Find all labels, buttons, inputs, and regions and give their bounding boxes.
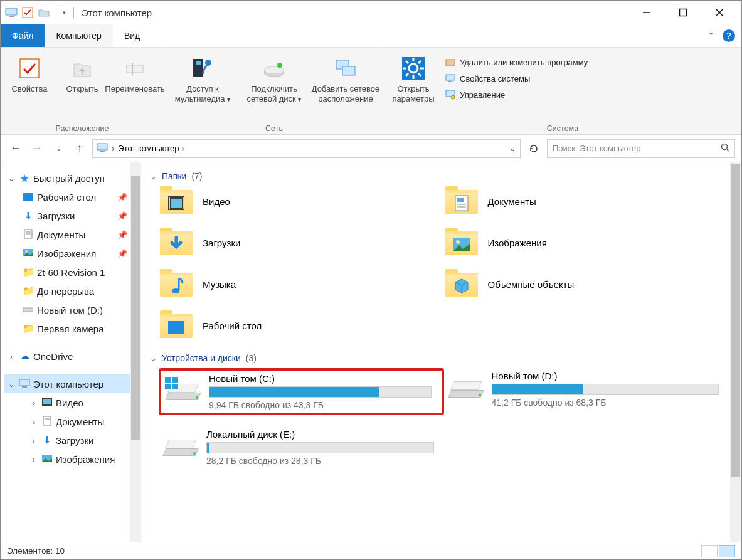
sidebar-item-documents[interactable]: › Документы — [4, 412, 130, 431]
folder-music[interactable]: Музыка — [159, 269, 444, 299]
manage-button[interactable]: Управление — [441, 87, 591, 103]
rename-button[interactable]: Переименовать — [110, 51, 160, 94]
chevron-down-icon[interactable]: ⌄ — [150, 354, 157, 363]
uninstall-button[interactable]: Удалить или изменить программу — [441, 54, 591, 70]
sidebar-this-pc[interactable]: ⌄ Этот компьютер — [4, 374, 130, 393]
svg-rect-11 — [196, 61, 201, 65]
sidebar-scrollbar[interactable] — [130, 162, 141, 542]
svg-rect-52 — [171, 199, 182, 208]
breadcrumb[interactable]: Этот компьютер — [118, 144, 179, 153]
qat-properties-icon[interactable] — [21, 6, 34, 19]
sidebar-item-images[interactable]: Изображения 📌 — [4, 244, 130, 263]
cloud-icon: ☁ — [18, 351, 31, 362]
window-title: Этот компьютер — [82, 8, 152, 18]
map-drive-button[interactable]: Подключить сетевой диск ▾ — [240, 51, 309, 105]
folder-video[interactable]: Видео — [159, 186, 444, 216]
svg-rect-1 — [9, 16, 14, 17]
group-count: (3) — [246, 353, 257, 363]
open-button[interactable]: Открыть — [57, 51, 107, 94]
group-network-label: Сеть — [168, 123, 380, 133]
disk-icon — [448, 371, 484, 404]
back-button[interactable]: ← — [7, 140, 24, 157]
drive-usage-bar — [209, 386, 432, 398]
pin-icon: 📌 — [117, 193, 127, 202]
details-view-button[interactable] — [701, 545, 718, 557]
system-properties-button[interactable]: Свойства системы — [441, 70, 591, 87]
drive-item[interactable]: Локальный диск (E:)28,2 ГБ свободно из 2… — [159, 426, 444, 468]
chevron-right-icon[interactable]: › — [29, 398, 38, 408]
tab-view[interactable]: Вид — [113, 24, 151, 47]
close-button[interactable] — [701, 3, 738, 22]
folder-downloads[interactable]: Загрузки — [159, 228, 444, 258]
separator — [73, 7, 74, 18]
drive-item[interactable]: Новый том (C:)9,94 ГБ свободно из 43,3 Г… — [159, 368, 444, 415]
sidebar-item-documents[interactable]: Документы 📌 — [4, 225, 130, 244]
folder-documents[interactable]: Документы — [444, 186, 729, 216]
sidebar-item-disk[interactable]: Новый том (D:) — [4, 300, 130, 319]
address-dropdown-icon[interactable]: ⌄ — [509, 144, 516, 153]
folder-icon: 📁 — [22, 285, 34, 297]
media-access-button[interactable]: Доступ к мультимедиа ▾ — [168, 51, 237, 105]
open-label: Открыть — [66, 84, 98, 94]
chevron-right-icon[interactable]: › — [7, 352, 16, 361]
content-scrollbar[interactable] — [730, 162, 741, 542]
sidebar-item-desktop[interactable]: Рабочий стол 📌 — [4, 188, 130, 206]
group-header-drives[interactable]: ⌄ Устройства и диски (3) — [146, 349, 729, 368]
folder-images[interactable]: Изображения — [444, 228, 729, 258]
chevron-right-icon[interactable]: › — [182, 144, 184, 153]
disk-icon — [162, 429, 199, 463]
group-title: Папки — [162, 171, 186, 181]
sidebar-item-folder[interactable]: 📁 2t-60 Revision 1 — [4, 263, 130, 282]
drive-free-text: 9,94 ГБ свободно из 43,3 ГБ — [209, 400, 432, 410]
history-dropdown-icon[interactable]: ⌄ — [50, 140, 67, 157]
chevron-down-icon[interactable]: ⌄ — [7, 174, 16, 183]
add-network-label: Добавить сетевое расположение — [311, 84, 380, 105]
collapse-ribbon-icon[interactable]: ⌃ — [708, 31, 715, 41]
tiles-view-button[interactable] — [719, 545, 735, 557]
chevron-right-icon[interactable]: › — [29, 417, 38, 426]
chevron-right-icon[interactable]: › — [112, 144, 114, 153]
refresh-button[interactable] — [524, 139, 543, 158]
folder-desktop[interactable]: Рабочий стол — [159, 310, 444, 341]
sidebar-item-downloads[interactable]: ⬇ Загрузки 📌 — [4, 206, 130, 225]
disk-icon — [165, 373, 201, 407]
group-header-folders[interactable]: ⌄ Папки (7) — [146, 167, 729, 186]
chevron-down-icon[interactable]: ⌄ — [7, 379, 16, 389]
svg-rect-17 — [342, 66, 355, 75]
chevron-right-icon[interactable]: › — [29, 436, 38, 445]
qat-dropdown-icon[interactable]: ▾ — [63, 9, 66, 16]
maximize-button[interactable] — [665, 3, 701, 22]
sidebar-item-downloads[interactable]: › ⬇ Загрузки — [4, 431, 130, 450]
svg-point-35 — [722, 144, 728, 150]
sidebar-label: Этот компьютер — [33, 379, 103, 389]
qat-folder-icon[interactable] — [37, 6, 51, 19]
svg-rect-45 — [22, 386, 27, 388]
sidebar-quick-access[interactable]: ⌄ ★ Быстрый доступ — [4, 169, 130, 188]
help-icon[interactable]: ? — [723, 29, 735, 42]
minimize-button[interactable] — [628, 3, 665, 22]
tab-computer[interactable]: Компьютер — [45, 24, 112, 47]
address-bar[interactable]: › Этот компьютер › ⌄ — [92, 139, 521, 158]
properties-button[interactable]: Свойства — [4, 51, 55, 94]
up-button[interactable]: ↑ — [71, 140, 88, 157]
folder-icon — [444, 269, 480, 299]
chevron-right-icon[interactable]: › — [29, 455, 38, 464]
sidebar-item-folder[interactable]: 📁 Первая камера — [4, 319, 130, 338]
disk-icon — [22, 305, 34, 315]
uninstall-label: Удалить или изменить программу — [460, 58, 588, 67]
sidebar-item-images[interactable]: › Изображения — [4, 450, 130, 468]
sidebar-item-folder[interactable]: 📁 До перерыва — [4, 282, 130, 300]
search-input[interactable]: Поиск: Этот компьютер — [547, 139, 735, 158]
open-settings-button[interactable]: Открыть параметры — [388, 51, 438, 105]
folder-label: Изображения — [488, 238, 547, 248]
drive-item[interactable]: Новый том (D:)41,2 ГБ свободно из 68,3 Г… — [444, 368, 729, 415]
add-network-button[interactable]: Добавить сетевое расположение — [311, 51, 380, 105]
sidebar-item-video[interactable]: › Видео — [4, 393, 130, 412]
sidebar-onedrive[interactable]: › ☁ OneDrive — [4, 347, 130, 366]
svg-rect-48 — [43, 416, 51, 425]
drive-name: Новый том (D:) — [492, 371, 719, 381]
forward-button[interactable]: → — [28, 140, 46, 157]
folder-3d-objects[interactable]: Объемные объекты — [444, 269, 729, 299]
chevron-down-icon[interactable]: ⌄ — [150, 172, 157, 181]
tab-file[interactable]: Файл — [1, 24, 45, 47]
